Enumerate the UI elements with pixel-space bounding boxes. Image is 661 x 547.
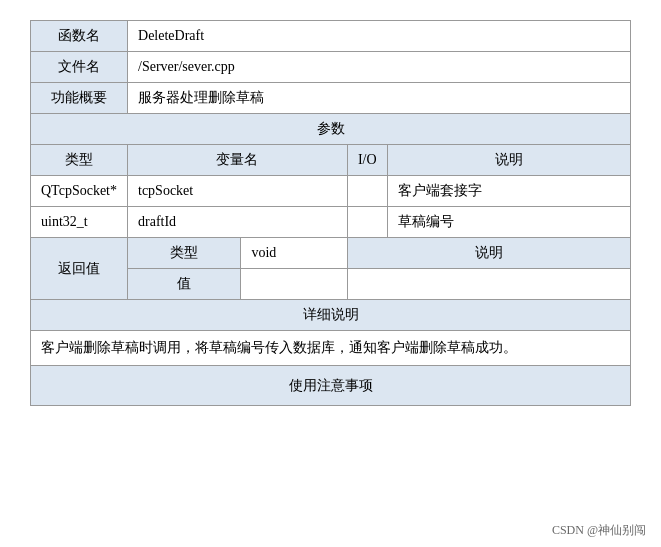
return-type-value: void	[241, 238, 347, 269]
col-varname-header: 变量名	[128, 145, 348, 176]
notes-section-header: 使用注意事项	[31, 366, 631, 406]
summary-label: 功能概要	[31, 83, 128, 114]
return-label: 返回值	[31, 238, 128, 300]
param1-desc: 客户端套接字	[387, 176, 630, 207]
return-type-label: 类型	[128, 238, 241, 269]
file-name-row: 文件名 /Server/sever.cpp	[31, 52, 631, 83]
summary-value: 服务器处理删除草稿	[128, 83, 631, 114]
params-section-header: 参数	[31, 114, 631, 145]
function-name-value: DeleteDraft	[128, 21, 631, 52]
return-value-label: 值	[128, 269, 241, 300]
param1-type: QTcpSocket*	[31, 176, 128, 207]
summary-row: 功能概要 服务器处理删除草稿	[31, 83, 631, 114]
param2-desc: 草稿编号	[387, 207, 630, 238]
params-section-row: 参数	[31, 114, 631, 145]
detail-section-header: 详细说明	[31, 300, 631, 331]
col-type-header: 类型	[31, 145, 128, 176]
param1-row: QTcpSocket* tcpSocket 客户端套接字	[31, 176, 631, 207]
return-value-value	[241, 269, 347, 300]
detail-section-row: 详细说明	[31, 300, 631, 331]
detail-text-row: 客户端删除草稿时调用，将草稿编号传入数据库，通知客户端删除草稿成功。	[31, 331, 631, 366]
param2-io	[347, 207, 387, 238]
return-type-desc: 说明	[347, 238, 630, 269]
return-value-desc	[347, 269, 630, 300]
param1-varname: tcpSocket	[128, 176, 348, 207]
col-io-header: I/O	[347, 145, 387, 176]
main-table: 函数名 DeleteDraft 文件名 /Server/sever.cpp 功能…	[30, 20, 631, 406]
function-name-row: 函数名 DeleteDraft	[31, 21, 631, 52]
return-type-header-row: 返回值 类型 void 说明	[31, 238, 631, 269]
function-name-label: 函数名	[31, 21, 128, 52]
watermark: CSDN @神仙别闯	[552, 522, 646, 539]
notes-section-row: 使用注意事项	[31, 366, 631, 406]
page-container: 函数名 DeleteDraft 文件名 /Server/sever.cpp 功能…	[0, 0, 661, 547]
param2-varname: draftId	[128, 207, 348, 238]
col-desc-header: 说明	[387, 145, 630, 176]
param1-io	[347, 176, 387, 207]
params-col-header-row: 类型 变量名 I/O 说明	[31, 145, 631, 176]
file-name-label: 文件名	[31, 52, 128, 83]
param2-type: uint32_t	[31, 207, 128, 238]
detail-text: 客户端删除草稿时调用，将草稿编号传入数据库，通知客户端删除草稿成功。	[31, 331, 631, 366]
file-name-value: /Server/sever.cpp	[128, 52, 631, 83]
param2-row: uint32_t draftId 草稿编号	[31, 207, 631, 238]
